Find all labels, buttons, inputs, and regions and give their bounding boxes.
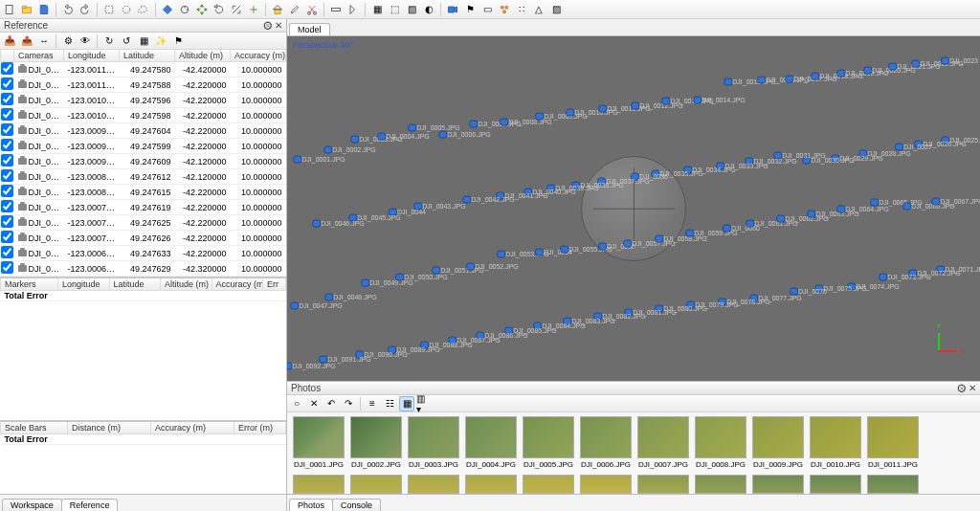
camera-checkbox[interactable] [1, 169, 13, 182]
photo-thumbnail[interactable] [408, 475, 459, 494]
cut-icon[interactable] [304, 2, 320, 17]
model-viewport[interactable]: Perspective 30° YX DJI_0001.JPGDJI_0002.… [287, 36, 980, 381]
photo-thumbnail[interactable]: DJI_0005.JPG [523, 416, 574, 469]
rotate-cw-icon[interactable]: ↻ [101, 33, 117, 49]
viewport-camera[interactable]: DJI_0048.JPG [325, 294, 377, 300]
viewport-camera[interactable]: DJI_0014.JPG [694, 97, 746, 103]
open-icon[interactable] [19, 2, 34, 17]
scalebars-table[interactable]: Scale Bars Distance (m) Accuracy (m) Err… [0, 422, 286, 494]
cameras-table[interactable]: Cameras Longitude Latitude Altitude (m) … [0, 50, 286, 277]
photo-thumbnail[interactable] [637, 475, 689, 494]
viewport-camera[interactable]: DJI_0023 [942, 57, 978, 64]
viewport-camera[interactable]: DJI_0008.JPG [501, 119, 552, 125]
camera-row[interactable]: DJI_000...-123.00091149.247609-42.120000… [1, 154, 286, 169]
viewport-camera[interactable]: DJI_0058.JPG [656, 235, 707, 242]
viewport-camera[interactable]: DJI_0001.JPG [294, 156, 345, 163]
solid-icon[interactable]: ▧ [404, 2, 419, 17]
camera-row[interactable]: DJI_000...-123.00098549.247604-42.220000… [1, 123, 286, 139]
select-free-icon[interactable] [136, 2, 151, 17]
viewport-camera[interactable]: DJI_0047.JPG [291, 302, 343, 309]
viewport-camera[interactable]: DJI_0050.JPG [396, 274, 448, 280]
camera-checkbox[interactable] [1, 215, 13, 228]
thumb-icon[interactable]: ▦ [399, 396, 414, 411]
photo-thumbnail[interactable]: DJI_0001.JPG [293, 416, 345, 469]
sel-clear-icon[interactable]: ✕ [306, 396, 322, 411]
viewport-camera[interactable]: DJI_0049.JPG [362, 279, 413, 286]
list-icon[interactable]: ≡ [365, 396, 380, 411]
photo-thumbnail[interactable]: DJI_0011.JPG [867, 416, 919, 469]
convert-icon[interactable]: ↔ [36, 33, 52, 49]
marker-icon[interactable] [345, 2, 361, 17]
redo-icon[interactable] [78, 2, 93, 17]
viewport-camera[interactable]: DJI_0091.JPG [320, 356, 371, 363]
texture-icon[interactable]: ▨ [548, 2, 564, 17]
photo-thumbnail[interactable] [523, 475, 574, 494]
viewport-camera[interactable]: DJI_0067.JPG [932, 198, 980, 205]
select-rect-icon[interactable] [101, 2, 117, 17]
rot-right-icon[interactable]: ↷ [341, 396, 356, 411]
dense-icon[interactable]: ∷ [514, 2, 529, 17]
viewport-camera[interactable]: DJI_0076 [791, 288, 827, 295]
tab-console[interactable]: Console [332, 499, 381, 511]
new-icon[interactable] [2, 2, 17, 17]
viewport-camera[interactable]: DJI_0073.JPG [880, 274, 931, 280]
photo-thumbnail[interactable]: DJI_0008.JPG [695, 416, 746, 469]
camera-checkbox[interactable] [1, 123, 13, 136]
reset-view-icon[interactable] [177, 2, 192, 17]
export-icon[interactable]: 📤 [19, 33, 34, 49]
rot-left-icon[interactable]: ↶ [323, 396, 339, 411]
rotate-ccw-icon[interactable]: ↺ [119, 33, 134, 49]
sel-circle-icon[interactable]: ○ [289, 396, 304, 411]
photo-thumbnail[interactable] [752, 475, 804, 494]
camera-row[interactable]: DJI_001...-123.00063649.247629-42.320000… [1, 261, 286, 277]
camera-row[interactable]: DJI_000...-123.00086549.247612-42.120000… [1, 169, 286, 185]
ruler-icon[interactable] [328, 2, 344, 17]
camera-checkbox[interactable] [1, 93, 13, 105]
viewport-camera[interactable]: DJI_0004.JPG [378, 133, 430, 140]
camera-checkbox[interactable] [1, 62, 13, 75]
photo-thumbnail[interactable]: DJI_0006.JPG [580, 416, 632, 469]
import-icon[interactable]: 📥 [2, 33, 17, 49]
optimize-icon[interactable]: ✨ [153, 33, 168, 49]
photo-thumbnail[interactable] [293, 475, 345, 494]
settings-icon[interactable]: ⚙ [60, 33, 76, 49]
undo-icon[interactable] [60, 2, 76, 17]
view-icon[interactable]: 👁 [78, 33, 93, 49]
viewport-camera[interactable]: DJI_0092.JPG [287, 363, 336, 369]
viewport-camera[interactable]: DJI_0006.JPG [439, 131, 491, 138]
viewport-camera[interactable]: DJI_0064.JPG [837, 206, 889, 212]
shaded-icon[interactable]: ◐ [421, 2, 436, 17]
camera-checkbox[interactable] [1, 154, 13, 167]
viewport-camera[interactable]: DJI_0042.JPG [463, 196, 515, 203]
close-icon[interactable]: ✕ [275, 20, 282, 31]
camera-row[interactable]: DJI_000...-123.00093849.247599-42.220000… [1, 139, 286, 154]
home-icon[interactable] [270, 2, 285, 17]
camera-row[interactable]: DJI_000...-123.00110049.247588-42.220000… [1, 78, 286, 93]
tab-model[interactable]: Model [289, 23, 330, 35]
photo-thumbnail[interactable]: DJI_0010.JPG [810, 416, 861, 469]
move-icon[interactable] [194, 2, 210, 17]
grid-icon[interactable]: ▦ [369, 2, 385, 17]
photos-body[interactable]: DJI_0001.JPGDJI_0002.JPGDJI_0003.JPGDJI_… [287, 412, 980, 494]
edit-icon[interactable] [287, 2, 302, 17]
detail-icon[interactable]: ☷ [382, 396, 397, 411]
photo-thumbnail[interactable] [580, 475, 632, 494]
camera-row[interactable]: DJI_001...-123.00070649.247626-42.220000… [1, 231, 286, 246]
viewport-camera[interactable]: DJI_0027 [896, 144, 932, 150]
camera-checkbox[interactable] [1, 231, 13, 243]
update-icon[interactable]: ▦ [136, 33, 151, 49]
camera-checkbox[interactable] [1, 246, 13, 258]
photo-thumbnail[interactable] [350, 475, 402, 494]
photo-thumbnail[interactable] [465, 475, 517, 494]
photo-thumbnail[interactable]: DJI_0004.JPG [465, 416, 517, 469]
tab-reference[interactable]: Reference [61, 499, 119, 511]
region-icon[interactable]: ▭ [479, 2, 495, 17]
cam-toggle-icon[interactable] [445, 2, 460, 17]
camera-checkbox[interactable] [1, 261, 13, 274]
tab-photos[interactable]: Photos [289, 499, 333, 511]
tab-workspace[interactable]: Workspace [2, 499, 62, 511]
wire-icon[interactable]: ⬚ [387, 2, 402, 17]
camera-row[interactable]: DJI_000...-123.00082249.247615-42.220000… [1, 185, 286, 200]
markers-table[interactable]: Markers Longitude Latitude Altitude (m) … [0, 278, 286, 420]
photo-thumbnail[interactable] [867, 475, 919, 494]
